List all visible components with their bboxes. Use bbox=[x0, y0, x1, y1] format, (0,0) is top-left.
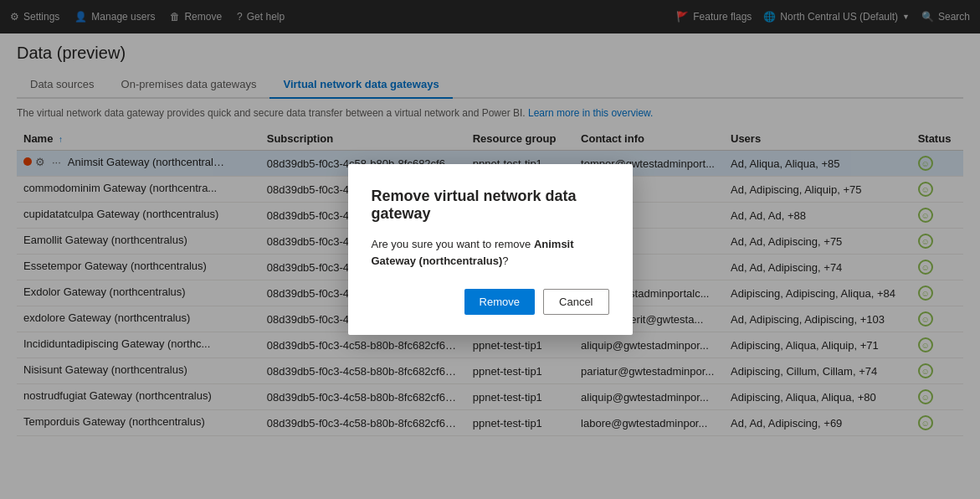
modal-remove-button[interactable]: Remove bbox=[464, 289, 535, 315]
modal-cancel-button[interactable]: Cancel bbox=[543, 289, 608, 315]
modal-body: Are you sure you want to remove Animsit … bbox=[372, 236, 609, 269]
modal-body-suffix: ? bbox=[502, 255, 508, 267]
remove-modal: Remove virtual network data gateway Are … bbox=[348, 164, 633, 335]
modal-title: Remove virtual network data gateway bbox=[372, 188, 609, 223]
modal-actions: Remove Cancel bbox=[372, 289, 609, 315]
modal-overlay: Remove virtual network data gateway Are … bbox=[0, 0, 980, 499]
modal-body-text: Are you sure you want to remove bbox=[372, 238, 531, 250]
